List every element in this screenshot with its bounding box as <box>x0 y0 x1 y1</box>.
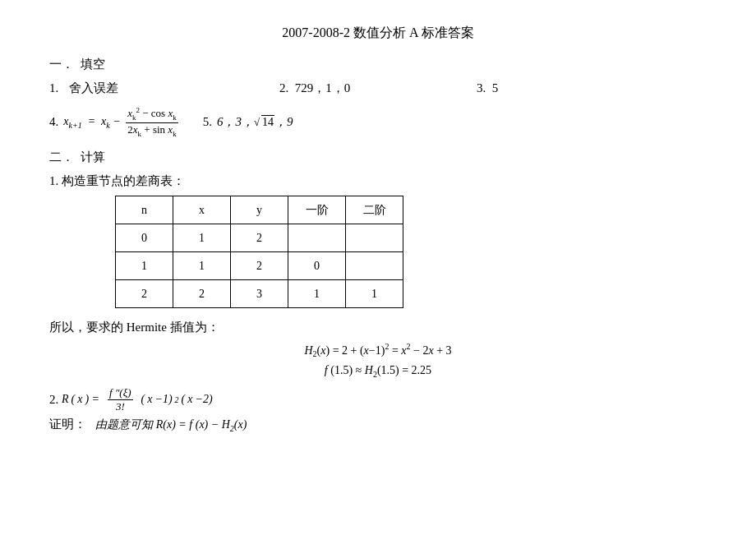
cell-1-y: 2 <box>231 252 288 280</box>
col-x: x <box>173 196 231 224</box>
cell-2-y: 3 <box>231 280 288 308</box>
item-1-row: 1. 舍入误差 2. 729，1，0 3. 5 <box>49 81 707 96</box>
item-1-answer2-prefix: 2. <box>279 81 288 95</box>
proof-label: 证明： <box>49 417 86 431</box>
item-5-values: 6，3， <box>217 114 254 130</box>
item-2-title: 2. R(x) = f ″(ξ) 3! (x−1)2(x−2) <box>49 386 707 413</box>
cell-2-second: 1 <box>346 280 403 308</box>
cell-2-first: 1 <box>288 280 346 308</box>
item-2-label: 2. <box>49 393 58 407</box>
table-row: 2 2 3 1 1 <box>116 280 403 308</box>
item-5-sqrt: √ 14 <box>254 115 274 128</box>
col-second-order: 二阶 <box>346 196 403 224</box>
item-4-lhs: xk+1 = xk − <box>63 115 123 130</box>
item-2-fraction: f ″(ξ) 3! <box>108 386 133 413</box>
cell-1-second <box>346 252 403 280</box>
cell-0-second <box>346 224 403 252</box>
answer-2-block: 2. 729，1，0 <box>279 81 477 96</box>
cell-1-n: 1 <box>116 252 173 280</box>
item-5-label: 5. <box>203 115 212 129</box>
item-4-5-row: 4. xk+1 = xk − xk2 − cos xk 2xk + sin xk… <box>49 106 707 138</box>
item-4-fraction: xk2 − cos xk 2xk + sin xk <box>126 106 177 138</box>
item-1-answer2-value: 729，1，0 <box>295 81 351 96</box>
item-1-answer3-value: 5 <box>492 81 499 95</box>
item-4-numer: xk2 − cos xk <box>126 106 177 123</box>
table-row: 1 1 2 0 <box>116 252 403 280</box>
item-2-denom: 3! <box>114 400 127 413</box>
item-2-numer: f ″(ξ) <box>108 386 133 400</box>
cell-0-first <box>288 224 346 252</box>
col-y: y <box>231 196 288 224</box>
proof-text: 由题意可知 R(x) = f (x) − H2(x) <box>95 418 247 431</box>
cell-1-x: 1 <box>173 252 231 280</box>
table-row: 0 1 2 <box>116 224 403 252</box>
answer-3-block: 3. 5 <box>477 81 559 95</box>
item-2-section: 2. R(x) = f ″(ξ) 3! (x−1)2(x−2) 证明： 由题意可… <box>49 386 707 432</box>
proof-line: 证明： 由题意可知 R(x) = f (x) − H2(x) <box>49 417 707 433</box>
section-2-header: 二． 计算 <box>49 150 707 165</box>
calc-item-1-title: 1. 构造重节点的差商表： <box>49 173 707 189</box>
cell-2-x: 2 <box>173 280 231 308</box>
section-2-name: 计算 <box>81 150 105 165</box>
cell-2-n: 2 <box>116 280 173 308</box>
item-5-after-sqrt: ，9 <box>274 114 293 130</box>
difference-quotient-table: n x y 一阶 二阶 0 1 2 1 1 2 0 <box>115 196 403 308</box>
section-1-name: 填空 <box>81 57 105 72</box>
cell-1-first: 0 <box>288 252 346 280</box>
answer-1-block: 1. 舍入误差 <box>49 81 279 96</box>
cell-0-x: 1 <box>173 224 231 252</box>
hermite-formula1: H2(x) = 2 + (x−1)2 = x2 − 2x + 3 <box>49 342 707 358</box>
table-header-row: n x y 一阶 二阶 <box>116 196 403 224</box>
item-4-label: 4. <box>49 115 58 129</box>
section-2-label: 二． <box>49 150 74 165</box>
item-5-sqrt-content: 14 <box>261 115 274 128</box>
item-2-formula: R(x) = f ″(ξ) 3! (x−1)2(x−2) <box>62 386 213 413</box>
item-4-denom: 2xk + sin xk <box>126 123 177 138</box>
hermite-section: 所以，要求的 Hermite 插值为： H2(x) = 2 + (x−1)2 =… <box>49 320 707 378</box>
item-1-answer1: 舍入误差 <box>69 81 118 96</box>
page-title: 2007-2008-2 数值分析 A 标准答案 <box>49 25 707 42</box>
col-first-order: 一阶 <box>288 196 346 224</box>
calc-item-1-section: 1. 构造重节点的差商表： n x y 一阶 二阶 0 1 2 1 1 2 <box>49 173 707 308</box>
item-1-label: 1. <box>49 81 66 95</box>
section-1-label: 一． <box>49 57 74 72</box>
item-1-answer3-prefix: 3. <box>477 81 486 95</box>
col-n: n <box>116 196 173 224</box>
section-1-header: 一． 填空 <box>49 57 707 72</box>
cell-0-n: 0 <box>116 224 173 252</box>
hermite-formula2: f (1.5) ≈ H2(1.5) = 2.25 <box>49 364 707 379</box>
hermite-intro: 所以，要求的 Hermite 插值为： <box>49 320 707 335</box>
cell-0-y: 2 <box>231 224 288 252</box>
